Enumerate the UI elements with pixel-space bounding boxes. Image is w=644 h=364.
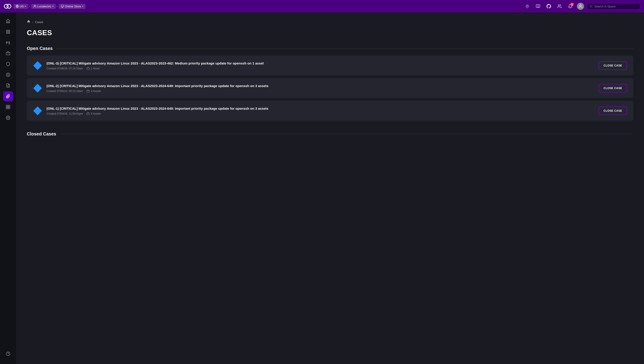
assets-icon [86, 90, 90, 93]
svg-point-36 [8, 117, 9, 118]
notifications-btn[interactable]: 2 [566, 2, 574, 10]
breadcrumb-sep-2: › [57, 5, 58, 8]
close-case-btn-onl2[interactable]: CLOSE CASE [598, 84, 627, 92]
svg-point-19 [590, 5, 592, 7]
team-btn[interactable] [556, 2, 564, 10]
open-cases-list: (ONL-3) [CRITICAL] Mitigate advisory Ama… [27, 56, 633, 121]
open-cases-title: Open Cases [27, 46, 53, 51]
org-selector[interactable]: Lunalectric ▾ [31, 4, 56, 9]
assets-icon [86, 67, 90, 70]
page-title: CASES [27, 29, 633, 37]
close-case-btn-onl1[interactable]: CLOSE CASE [598, 107, 627, 115]
space-chevron: ▾ [82, 5, 84, 8]
svg-rect-35 [8, 107, 10, 109]
sidebar [0, 13, 16, 364]
case-card-onl3: (ONL-3) [CRITICAL] Mitigate advisory Ama… [27, 56, 633, 75]
svg-point-1 [7, 4, 11, 8]
org-label: Lunalectric [37, 5, 52, 8]
case-icon-onl2 [33, 84, 42, 93]
diamond-icon-onl2 [33, 84, 42, 93]
sidebar-item-dashboard[interactable] [3, 27, 13, 37]
closed-cases-title: Closed Cases [27, 131, 56, 136]
user-avatar[interactable] [577, 3, 584, 10]
case-assets-onl1: 3 Assets [86, 112, 101, 115]
svg-line-11 [526, 5, 526, 5]
svg-point-8 [526, 5, 528, 7]
breadcrumb-sep-1: › [29, 5, 30, 8]
notification-badge: 2 [570, 3, 574, 6]
case-title-onl1: (ONL-1) [CRITICAL] Mitigate advisory Ama… [46, 106, 594, 111]
svg-rect-32 [6, 105, 8, 107]
theme-toggle-btn[interactable] [523, 2, 531, 10]
breadcrumb-separator: › [32, 20, 33, 24]
search-input[interactable] [594, 5, 638, 8]
layout: › Cases CASES Open Cases (ONL-3) [CRITIC… [0, 13, 644, 364]
org-chevron: ▾ [52, 5, 54, 8]
space-label: Online Store [65, 5, 81, 8]
case-title-onl3: (ONL-3) [CRITICAL] Mitigate advisory Ama… [46, 61, 594, 66]
sidebar-item-integrations[interactable] [3, 102, 13, 112]
page-breadcrumb: › Cases [27, 20, 633, 24]
topnav: US ▾ › Lunalectric ▾ › Online Store ▾ [0, 0, 644, 13]
case-meta-onl2: Created 07/05/24, 05:15:18am 3 Assets [46, 90, 594, 93]
breadcrumb-cases: Cases [35, 20, 43, 24]
case-card-onl1: (ONL-1) [CRITICAL] Mitigate advisory Ama… [27, 101, 633, 121]
svg-rect-5 [61, 5, 64, 7]
case-assets-onl3: 1 Asset [86, 67, 100, 70]
github-btn[interactable] [545, 2, 553, 10]
case-meta-onl1: Created 07/04/24, 11:59:42pm 3 Assets [46, 112, 594, 115]
app-logo[interactable] [4, 2, 12, 10]
closed-cases-divider [60, 134, 633, 134]
assets-icon [86, 112, 90, 115]
svg-point-28 [6, 73, 10, 77]
svg-point-18 [580, 5, 582, 6]
docs-btn[interactable] [534, 2, 542, 10]
sidebar-item-flows[interactable] [3, 38, 13, 48]
case-created-onl1: Created 07/04/24, 11:59:42pm [46, 112, 83, 115]
sidebar-item-settings[interactable] [3, 113, 13, 123]
svg-rect-39 [87, 68, 90, 70]
case-info-onl2: (ONL-2) [CRITICAL] Mitigate advisory Ama… [46, 84, 594, 93]
sidebar-item-inventory[interactable] [3, 48, 13, 58]
case-created-onl3: Created 07/09/24, 07:16:53am [46, 67, 83, 70]
open-cases-header: Open Cases [27, 46, 633, 51]
close-case-btn-onl3[interactable]: CLOSE CASE [598, 61, 627, 70]
region-label: US [20, 5, 24, 8]
case-meta-onl3: Created 07/09/24, 07:16:53am 1 Asset [46, 67, 594, 70]
case-card-onl2: (ONL-2) [CRITICAL] Mitigate advisory Ama… [27, 78, 633, 98]
sidebar-item-cases[interactable] [3, 91, 13, 101]
svg-point-29 [8, 74, 9, 76]
search-box[interactable] [587, 3, 640, 10]
case-info-onl1: (ONL-1) [CRITICAL] Mitigate advisory Ama… [46, 106, 594, 115]
svg-rect-24 [6, 32, 8, 34]
svg-rect-34 [6, 107, 8, 109]
svg-rect-22 [8, 30, 10, 32]
topnav-actions: 2 [523, 2, 640, 10]
case-info-onl3: (ONL-3) [CRITICAL] Mitigate advisory Ama… [46, 61, 594, 70]
breadcrumb-home-icon [27, 20, 30, 24]
case-title-onl2: (ONL-2) [CRITICAL] Mitigate advisory Ama… [46, 84, 594, 88]
sidebar-item-reports[interactable] [3, 81, 13, 90]
region-selector[interactable]: US ▾ [14, 4, 28, 9]
case-icon-onl3 [33, 61, 42, 70]
open-cases-divider [56, 48, 633, 49]
sidebar-item-home[interactable] [3, 16, 13, 26]
diamond-icon-onl3 [33, 61, 42, 70]
diamond-icon-onl1 [33, 106, 42, 115]
case-assets-onl2: 3 Assets [86, 90, 101, 93]
topnav-breadcrumb: US ▾ › Lunalectric ▾ › Online Store ▾ [14, 4, 522, 9]
search-icon [590, 5, 592, 8]
svg-rect-40 [87, 90, 90, 92]
space-selector[interactable]: Online Store ▾ [58, 4, 86, 9]
svg-rect-21 [6, 30, 8, 32]
case-created-onl2: Created 07/05/24, 05:15:18am [46, 90, 83, 93]
main-content: › Cases CASES Open Cases (ONL-3) [CRITIC… [16, 13, 644, 364]
svg-point-4 [34, 5, 35, 6]
sidebar-item-security[interactable] [3, 59, 13, 69]
svg-point-17 [558, 5, 560, 6]
svg-rect-23 [8, 32, 10, 34]
sidebar-item-shield[interactable] [3, 70, 13, 80]
sidebar-item-help[interactable] [3, 349, 13, 359]
svg-rect-41 [87, 113, 90, 115]
closed-cases-header: Closed Cases [27, 131, 633, 136]
